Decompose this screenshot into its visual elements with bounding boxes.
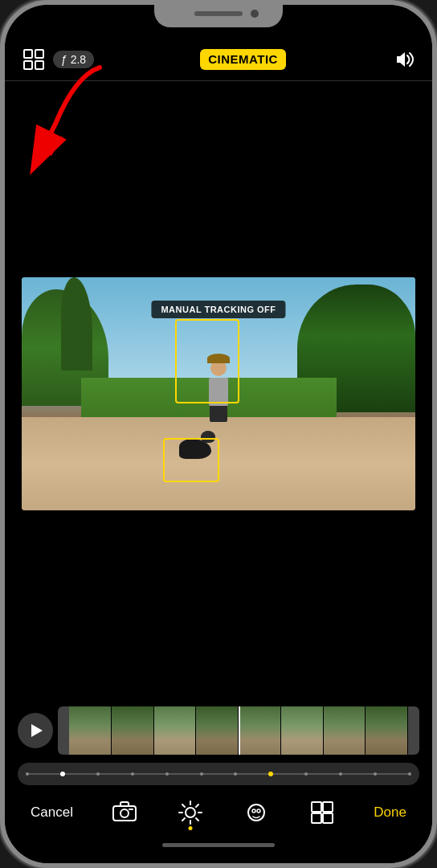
transform-icon: [308, 798, 337, 827]
cinematic-label: CINEMATIC: [208, 52, 278, 66]
person-legs: [210, 406, 227, 422]
face-track-button[interactable]: [242, 798, 271, 827]
video-frame[interactable]: MANUAL TRACKING OFF: [22, 277, 415, 510]
screen: ƒ 2.8 CINEMATIC: [5, 5, 432, 863]
scrubber-dot: [60, 772, 65, 776]
bottom-area: Cancel: [5, 706, 432, 863]
active-indicator-dot: [189, 826, 193, 830]
scrubber-dot: [234, 772, 237, 776]
svg-rect-0: [24, 50, 32, 58]
timeline-row: [18, 706, 419, 755]
filmstrip-frame: [366, 706, 408, 755]
brightness-button[interactable]: [176, 798, 205, 827]
speaker-icon[interactable]: [392, 47, 416, 72]
scrubber-bar[interactable]: [18, 763, 419, 785]
done-label[interactable]: Done: [374, 805, 406, 821]
filmstrip-frames: [69, 706, 408, 755]
transform-button[interactable]: [308, 798, 337, 827]
filmstrip-frame: [154, 706, 197, 755]
svg-rect-6: [113, 806, 136, 821]
scrubber-dot: [200, 772, 203, 776]
video-container: MANUAL TRACKING OFF: [5, 81, 432, 706]
svg-rect-20: [312, 802, 321, 812]
svg-line-16: [182, 818, 185, 821]
scrubber-dot: [339, 772, 342, 776]
svg-point-18: [252, 809, 255, 813]
svg-point-7: [120, 809, 129, 817]
filmstrip-frame: [239, 706, 281, 755]
svg-point-19: [257, 809, 260, 813]
svg-rect-23: [323, 813, 333, 823]
scrubber-dots: [26, 772, 411, 776]
cinematic-badge: CINEMATIC: [200, 49, 286, 70]
aperture-badge[interactable]: ƒ 2.8: [53, 51, 94, 68]
camera-switch-button[interactable]: [110, 798, 139, 827]
manual-tracking-tooltip: MANUAL TRACKING OFF: [151, 301, 285, 318]
svg-line-13: [182, 805, 185, 807]
filmstrip-bracket-right: [408, 706, 419, 755]
aperture-value: ƒ 2.8: [61, 53, 86, 66]
cancel-label[interactable]: Cancel: [31, 805, 73, 821]
play-icon: [31, 724, 43, 737]
svg-point-8: [186, 808, 195, 817]
brightness-icon: [176, 798, 205, 827]
top-bar-left: ƒ 2.8: [21, 47, 94, 72]
svg-line-15: [196, 805, 198, 807]
person-tracking-box[interactable]: [175, 319, 239, 403]
done-button[interactable]: Done: [374, 805, 406, 821]
filmstrip-frame: [324, 706, 366, 755]
filmstrip-frame: [112, 706, 154, 755]
scrubber-track: [26, 773, 411, 775]
svg-rect-21: [323, 802, 333, 812]
bottom-toolbar: Cancel: [18, 795, 419, 843]
filmstrip[interactable]: [58, 706, 419, 755]
svg-rect-2: [24, 61, 32, 69]
top-bar: ƒ 2.8 CINEMATIC: [5, 5, 432, 81]
svg-rect-3: [35, 61, 43, 69]
scrubber-dot: [408, 772, 411, 776]
phone-frame: ƒ 2.8 CINEMATIC: [0, 0, 437, 868]
manual-tracking-label: MANUAL TRACKING OFF: [161, 305, 276, 314]
filmstrip-frame: [69, 706, 112, 755]
filmstrip-playhead: [239, 706, 240, 755]
face-track-icon: [242, 798, 271, 827]
svg-rect-22: [312, 813, 321, 823]
scrubber-dot: [304, 772, 308, 776]
scrubber-dot: [131, 772, 134, 776]
scrubber-dot: [96, 772, 100, 776]
filmstrip-frame: [281, 706, 324, 755]
home-indicator: [162, 843, 275, 847]
filmstrip-bracket-left: [58, 706, 69, 755]
scrubber-dot-yellow: [268, 772, 273, 776]
dog-tracking-box[interactable]: [163, 438, 219, 482]
svg-line-14: [196, 818, 198, 821]
play-button[interactable]: [18, 713, 53, 748]
scrubber-dot: [374, 772, 377, 776]
camera-switch-icon: [110, 798, 139, 827]
cancel-button[interactable]: Cancel: [31, 805, 73, 821]
svg-rect-1: [35, 50, 43, 58]
filmstrip-frame: [196, 706, 239, 755]
scrubber-dot: [26, 772, 29, 776]
scrubber-dot: [165, 772, 169, 776]
tracking-box-icon[interactable]: [21, 47, 47, 72]
